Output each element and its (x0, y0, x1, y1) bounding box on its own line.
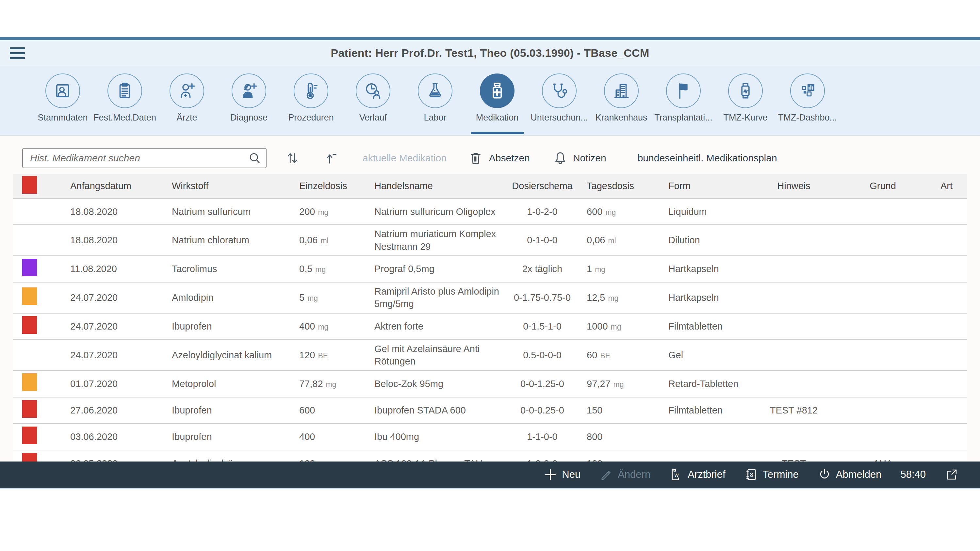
edit-icon (600, 468, 613, 481)
cell-wirkstoff: Ibuprofen (170, 403, 297, 418)
cell-einzeldosis: 400mg (297, 319, 372, 333)
notizen-button[interactable]: Notizen (573, 152, 606, 164)
cell-anfangsdatum: 03.06.2020 (52, 429, 170, 444)
tab-fest-med-daten[interactable]: Fest.Med.Daten (94, 66, 156, 135)
cell-art (926, 436, 967, 438)
cell-grund (840, 268, 926, 270)
table-row[interactable]: 03.06.2020 Ibuprofen 400 Ibu 400mg 1-1-0… (13, 424, 967, 450)
cell-grund (840, 297, 926, 299)
cell-dosierschema: 0-1.75-0.75-0 (503, 291, 581, 305)
cell-dosierschema: 0-1-0-0 (503, 233, 581, 247)
cell-handelsname: Gel mit Azelainsäure Anti Rötungen (372, 341, 503, 369)
clipboard-icon (108, 73, 142, 108)
logout-icon (818, 468, 831, 481)
abmelden-button[interactable]: Abmelden (818, 468, 882, 481)
row-color-square (22, 316, 37, 334)
row-color-square (22, 400, 37, 418)
person-card-icon (45, 73, 80, 108)
search-input[interactable] (22, 148, 267, 168)
cell-tagesdosis: 150 (581, 403, 663, 418)
cell-hinweis (748, 211, 840, 213)
cell-wirkstoff: Natrium chloratum (170, 233, 297, 247)
aendern-button[interactable]: Ändern (600, 468, 651, 481)
table-row[interactable]: 27.06.2020 Ibuprofen 600 Ibuprofen STADA… (13, 397, 967, 424)
tab-prozeduren[interactable]: Prozeduren (280, 66, 342, 135)
row-color-square (22, 259, 37, 276)
col-art[interactable]: Art (926, 181, 967, 191)
nav-label: Transplantati... (654, 113, 713, 123)
cell-einzeldosis: 5mg (297, 291, 372, 305)
cell-grund (840, 436, 926, 438)
notes-icon[interactable] (553, 151, 568, 165)
menu-icon[interactable] (10, 48, 25, 59)
table-row[interactable]: 18.08.2020 Natrium sulfuricum 200mg Natr… (13, 198, 967, 225)
cell-anfangsdatum: 18.08.2020 (52, 233, 170, 247)
cell-art (926, 409, 967, 411)
cell-art (926, 325, 967, 327)
sort-ascending-icon[interactable] (323, 151, 339, 165)
stethoscope-icon (542, 73, 577, 108)
neu-button[interactable]: Neu (544, 468, 581, 481)
search-field-wrap (22, 148, 267, 168)
tab-diagnose[interactable]: Diagnose (218, 66, 280, 135)
export-icon[interactable] (945, 468, 958, 481)
arztbrief-icon: w (669, 468, 683, 481)
tab-verlauf[interactable]: Verlauf (342, 66, 404, 135)
delete-icon[interactable] (468, 151, 483, 165)
arztbrief-button[interactable]: w Arztbrief (669, 468, 725, 481)
table-row[interactable]: 24.07.2020 Azeloyldiglycinat kalium 120B… (13, 340, 967, 371)
table-header-row: Anfangsdatum Wirkstoff Einzeldosis Hande… (13, 174, 967, 198)
table-row[interactable]: 24.07.2020 Amlodipin 5mg Ramipril Aristo… (13, 283, 967, 314)
cell-hinweis (748, 325, 840, 327)
col-handelsname[interactable]: Handelsname (372, 179, 503, 193)
cell-art (926, 354, 967, 356)
table-row[interactable]: 11.08.2020 Tacrolimus 0,5mg Prograf 0,5m… (13, 256, 967, 283)
cell-handelsname: Ibuprofen STADA 600 (372, 403, 503, 418)
tab-krankenhaus[interactable]: Krankenhaus (590, 66, 652, 135)
cell-einzeldosis: 0,06ml (297, 233, 372, 247)
cell-dosierschema: 0-0-0.25-0 (503, 403, 581, 418)
flask-icon (418, 73, 452, 108)
cell-tagesdosis: 800 (581, 429, 663, 444)
col-grund[interactable]: Grund (840, 181, 926, 191)
session-timer: 58:40 (900, 469, 926, 480)
cell-einzeldosis: 0,5mg (297, 262, 372, 276)
tab-labor[interactable]: Labor (404, 66, 466, 135)
table-row[interactable]: 01.07.2020 Metoprolol 77,82mg Beloc-Zok … (13, 371, 967, 397)
medikationsplan-button[interactable]: bundeseinheitl. Medikationsplan (638, 152, 777, 164)
col-dosierschema[interactable]: Dosierschema (503, 181, 581, 191)
table-row[interactable]: 18.08.2020 Natrium chloratum 0,06ml Natr… (13, 225, 967, 256)
cell-grund (840, 211, 926, 213)
cell-form (663, 436, 748, 438)
cell-art (926, 211, 967, 213)
col-form[interactable]: Form (663, 179, 748, 193)
nav-label: Medikation (476, 113, 519, 123)
nav-label: Fest.Med.Daten (94, 113, 156, 123)
absetzen-button[interactable]: Absetzen (489, 152, 530, 164)
tab-aerzte[interactable]: Ärzte (156, 66, 218, 135)
tab-medikation[interactable]: Medikation (466, 66, 528, 135)
cell-tagesdosis: 1mg (581, 262, 663, 276)
top-accent-strip (0, 37, 980, 40)
search-icon[interactable] (248, 151, 262, 165)
termine-button[interactable]: 8 Termine (745, 468, 799, 481)
cell-dosierschema: 0.5-0-0-0 (503, 348, 581, 362)
aktuelle-medikation-button[interactable]: aktuelle Medikation (363, 152, 447, 164)
tab-tmz-kurve[interactable]: TMZ-Kurve (714, 66, 776, 135)
col-wirkstoff[interactable]: Wirkstoff (170, 179, 297, 193)
cell-hinweis (748, 268, 840, 270)
tab-tmz-dashboard[interactable]: TMZ-Dashbo... (776, 66, 838, 135)
col-tagesdosis[interactable]: Tagesdosis (581, 179, 663, 193)
cell-hinweis (748, 354, 840, 356)
col-anfangsdatum[interactable]: Anfangsdatum (52, 179, 170, 193)
cell-handelsname: Prograf 0,5mg (372, 262, 503, 276)
tab-transplantation[interactable]: Transplantati... (652, 66, 714, 135)
col-hinweis[interactable]: Hinweis (748, 181, 840, 191)
col-einzeldosis[interactable]: Einzeldosis (297, 179, 372, 193)
table-row[interactable]: 24.07.2020 Ibuprofen 400mg Aktren forte … (13, 314, 967, 340)
tab-stammdaten[interactable]: Stammdaten (32, 66, 94, 135)
thermometer-icon (294, 73, 328, 108)
cell-anfangsdatum: 24.07.2020 (52, 319, 170, 333)
tab-untersuchungen[interactable]: Untersuchun... (528, 66, 590, 135)
sort-icon[interactable] (285, 151, 300, 165)
